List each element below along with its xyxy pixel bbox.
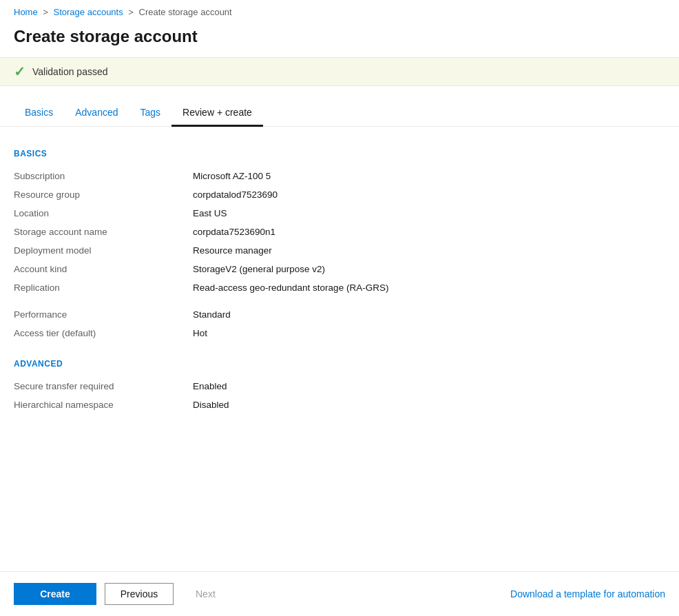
field-value-access-tier: Hot — [193, 324, 665, 342]
check-icon: ✓ — [14, 65, 25, 79]
breadcrumb-storage-accounts[interactable]: Storage accounts — [54, 7, 123, 17]
field-value-deployment-model: Resource manager — [193, 241, 665, 260]
field-value-performance: Standard — [193, 305, 665, 324]
basics-section-header: BASICS — [14, 149, 665, 158]
advanced-fields-table: Secure transfer required Enabled Hierarc… — [14, 377, 665, 414]
basics-fields-table: Subscription Microsoft AZ-100 5 Resource… — [14, 167, 665, 342]
field-value-account-kind: StorageV2 (general purpose v2) — [193, 260, 665, 278]
breadcrumb: Home > Storage accounts > Create storage… — [0, 0, 679, 21]
breadcrumb-sep-1: > — [43, 7, 48, 17]
breadcrumb-current: Create storage account — [139, 7, 232, 17]
field-label-performance: Performance — [14, 305, 193, 324]
field-value-resource-group: corpdatalod7523690 — [193, 185, 665, 204]
field-value-location: East US — [193, 204, 665, 223]
field-storage-account-name: Storage account name corpdata7523690n1 — [14, 223, 665, 241]
automation-link[interactable]: Download a template for automation — [510, 588, 665, 599]
field-label-account-kind: Account kind — [14, 260, 193, 278]
field-label-replication: Replication — [14, 278, 193, 297]
validation-text: Validation passed — [32, 66, 107, 77]
create-button[interactable]: Create — [14, 583, 96, 605]
field-label-access-tier: Access tier (default) — [14, 324, 193, 342]
field-label-subscription: Subscription — [14, 167, 193, 185]
advanced-section-header: ADVANCED — [14, 359, 665, 369]
field-value-subscription: Microsoft AZ-100 5 — [193, 167, 665, 185]
field-resource-group: Resource group corpdatalod7523690 — [14, 185, 665, 204]
field-label-secure-transfer: Secure transfer required — [14, 377, 193, 396]
field-label-location: Location — [14, 204, 193, 223]
field-secure-transfer: Secure transfer required Enabled — [14, 377, 665, 396]
breadcrumb-home[interactable]: Home — [14, 7, 38, 17]
field-account-kind: Account kind StorageV2 (general purpose … — [14, 260, 665, 278]
field-value-secure-transfer: Enabled — [193, 377, 665, 396]
tabs-container: Basics Advanced Tags Review + create — [0, 86, 679, 127]
field-label-deployment-model: Deployment model — [14, 241, 193, 260]
next-button: Next — [182, 584, 229, 604]
page-title: Create storage account — [0, 21, 679, 57]
breadcrumb-sep-2: > — [128, 7, 134, 17]
field-performance: Performance Standard — [14, 305, 665, 324]
field-label-hierarchical-namespace: Hierarchical namespace — [14, 396, 193, 414]
field-spacer — [14, 297, 665, 305]
field-deployment-model: Deployment model Resource manager — [14, 241, 665, 260]
page-container: Home > Storage accounts > Create storage… — [0, 0, 679, 616]
previous-button[interactable]: Previous — [105, 583, 174, 605]
tab-advanced[interactable]: Advanced — [64, 100, 129, 127]
content-area: BASICS Subscription Microsoft AZ-100 5 R… — [0, 127, 679, 571]
field-value-storage-account-name: corpdata7523690n1 — [193, 223, 665, 241]
field-value-hierarchical-namespace: Disabled — [193, 396, 665, 414]
field-label-storage-account-name: Storage account name — [14, 223, 193, 241]
field-label-resource-group: Resource group — [14, 185, 193, 204]
tab-tags[interactable]: Tags — [129, 100, 172, 127]
field-value-replication: Read-access geo-redundant storage (RA-GR… — [193, 278, 665, 297]
validation-banner: ✓ Validation passed — [0, 57, 679, 86]
field-subscription: Subscription Microsoft AZ-100 5 — [14, 167, 665, 185]
tab-basics[interactable]: Basics — [14, 100, 64, 127]
field-access-tier: Access tier (default) Hot — [14, 324, 665, 342]
tab-review-create[interactable]: Review + create — [171, 100, 263, 127]
field-hierarchical-namespace: Hierarchical namespace Disabled — [14, 396, 665, 414]
field-location: Location East US — [14, 204, 665, 223]
field-replication: Replication Read-access geo-redundant st… — [14, 278, 665, 297]
footer-bar: Create Previous Next Download a template… — [0, 571, 679, 616]
